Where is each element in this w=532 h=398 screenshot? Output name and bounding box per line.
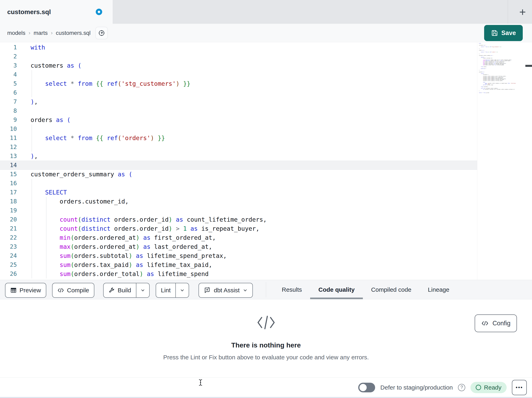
breadcrumb-item[interactable]: marts (34, 30, 48, 36)
ready-label: Ready (484, 384, 501, 391)
code-line-text: customers as ( (31, 61, 82, 70)
line-number: 19 (0, 206, 17, 215)
code-slash-icon (256, 314, 276, 331)
wrench-icon (108, 287, 115, 294)
indent-guide (32, 206, 32, 215)
code-line-row[interactable]: 12 (0, 143, 477, 152)
minimap[interactable]: with customers as ( select * from {{ ref… (477, 42, 525, 280)
compass-icon (98, 29, 105, 37)
code-line-row[interactable]: 11 select * from {{ ref('orders') }} (0, 133, 477, 143)
code-line-row[interactable]: 21 count(distinct orders.order_id) > 1 a… (0, 224, 477, 233)
dbt-assist-label: dbt Assist (214, 287, 240, 294)
code-line-row[interactable]: 17 SELECT (0, 188, 477, 197)
code-line-row[interactable]: 1with (0, 43, 477, 52)
code-line-row[interactable]: 18 orders.customer_id, (0, 197, 477, 206)
line-number: 18 (0, 197, 17, 206)
line-number: 25 (0, 260, 17, 269)
lint-button[interactable]: Lint (156, 283, 189, 298)
code-line-text: select * from {{ ref('stg_customers') }} (31, 79, 190, 88)
code-line-text: SELECT (31, 188, 67, 197)
code-line-row[interactable]: 26 sum(orders.order_total) as lifetime_s… (0, 269, 477, 278)
code-lines: 1with23customers as (45 select * from {{… (0, 43, 477, 278)
code-line-row[interactable]: 19 (0, 206, 477, 215)
panel-tabs: ResultsCode qualityCompiled codeLineage (273, 280, 458, 299)
code-line-text: sum(orders.subtotal) as lifetime_spend_p… (31, 251, 227, 260)
defer-label: Defer to staging/production (380, 384, 453, 391)
line-number: 2 (0, 52, 17, 61)
empty-state-subtitle: Press the Lint or Fix button above to ev… (0, 354, 532, 361)
code-line-text: count(distinct orders.order_id) as count… (31, 215, 267, 224)
code-line-row[interactable]: 24 sum(orders.subtotal) as lifetime_spen… (0, 251, 477, 260)
code-line-row[interactable]: 5 select * from {{ ref('stg_customers') … (0, 79, 477, 88)
defer-toggle[interactable] (358, 383, 375, 392)
line-number: 20 (0, 215, 17, 224)
code-line-text: sum(orders.tax_paid) as lifetime_tax_pai… (31, 260, 212, 269)
code-line-row[interactable]: 7), (0, 97, 477, 106)
code-line-text: max(orders.ordered_at) as last_ordered_a… (31, 242, 212, 251)
breadcrumb: models›marts›customers.sql (7, 30, 90, 36)
new-tab-button[interactable]: + (513, 0, 532, 24)
breadcrumb-item[interactable]: models (7, 30, 25, 36)
preview-button[interactable]: Preview (5, 283, 46, 298)
navigate-to-node-button[interactable] (95, 27, 108, 39)
status-bar: Defer to staging/production ? Ready ••• (0, 378, 532, 398)
code-line-row[interactable]: 9orders as ( (0, 115, 477, 124)
breadcrumb-item[interactable]: customers.sql (56, 30, 91, 36)
line-number: 21 (0, 224, 17, 233)
line-number: 12 (0, 143, 17, 152)
code-line-text: customer_orders_summary as ( (31, 170, 132, 179)
panel-tab-code-quality[interactable]: Code quality (310, 280, 363, 299)
code-line-text: ), (31, 152, 38, 161)
tab-strip-divider (508, 0, 508, 24)
editor-tab-strip: customers.sql + (0, 0, 532, 24)
indent-guide (46, 206, 46, 215)
lint-dropdown-toggle[interactable] (175, 283, 189, 297)
code-line-row[interactable]: 6 (0, 88, 477, 97)
code-line-row[interactable]: 13), (0, 152, 477, 161)
code-line-text: ), (31, 97, 38, 106)
panel-tab-lineage[interactable]: Lineage (420, 280, 458, 299)
code-line-text: with (31, 43, 45, 52)
code-line-row[interactable]: 15customer_orders_summary as ( (0, 170, 477, 179)
save-button[interactable]: Save (484, 25, 523, 41)
code-line-row[interactable]: 25 sum(orders.tax_paid) as lifetime_tax_… (0, 260, 477, 269)
code-brackets-icon (57, 287, 64, 293)
code-line-row[interactable]: 14 (0, 161, 477, 170)
tab-customers-sql[interactable]: customers.sql (0, 0, 113, 24)
empty-state: There is nothing here Press the Lint or … (0, 314, 532, 361)
code-editor[interactable]: 1with23customers as (45 select * from {{… (0, 42, 532, 280)
code-line-row[interactable]: 3customers as ( (0, 61, 477, 70)
indent-guide (32, 143, 32, 152)
dbt-assist-button[interactable]: dbt Assist (198, 283, 253, 298)
line-number: 10 (0, 124, 17, 133)
editor-scrollbar-thumb[interactable] (525, 65, 532, 67)
code-line-row[interactable]: 8 (0, 106, 477, 115)
line-number: 13 (0, 152, 17, 161)
panel-tab-results[interactable]: Results (273, 280, 310, 299)
line-number: 7 (0, 97, 17, 106)
more-options-button[interactable]: ••• (512, 380, 527, 395)
code-line-row[interactable]: 20 count(distinct orders.order_id) as co… (0, 215, 477, 224)
build-dropdown-toggle[interactable] (136, 283, 149, 297)
code-line-row[interactable]: 10 (0, 124, 477, 133)
code-line-text: sum(orders.order_total) as lifetime_spen… (31, 269, 209, 278)
code-line-text: min(orders.ordered_at) as first_ordered_… (31, 233, 216, 242)
toggle-knob (359, 384, 367, 391)
save-floppy-icon (491, 29, 498, 37)
code-line-row[interactable]: 16 (0, 179, 477, 188)
code-line-row[interactable]: 23 max(orders.ordered_at) as last_ordere… (0, 242, 477, 251)
indent-guide (32, 88, 32, 97)
code-line-row[interactable]: 22 min(orders.ordered_at) as first_order… (0, 233, 477, 242)
tab-title: customers.sql (7, 8, 51, 16)
path-bar: models›marts›customers.sql Save (0, 24, 532, 42)
i-beam-cursor (198, 379, 203, 386)
code-line-row[interactable]: 2 (0, 52, 477, 61)
compile-button[interactable]: Compile (52, 283, 94, 298)
ide-status-badge[interactable]: Ready (470, 382, 507, 393)
help-icon[interactable]: ? (458, 384, 465, 391)
code-line-row[interactable]: 4 (0, 70, 477, 79)
line-number: 4 (0, 70, 17, 79)
panel-tab-compiled-code[interactable]: Compiled code (363, 280, 420, 299)
build-button[interactable]: Build (103, 283, 150, 298)
line-number: 3 (0, 61, 17, 70)
